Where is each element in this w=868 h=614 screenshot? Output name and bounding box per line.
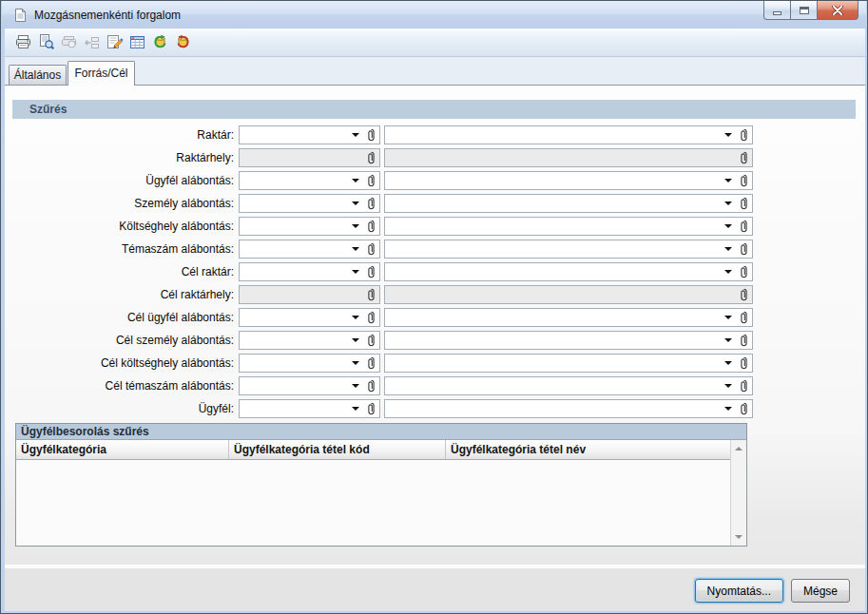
- minimize-icon: [773, 11, 781, 15]
- toolbar: [5, 29, 865, 57]
- ugyfel-alabontas-target-dropdown[interactable]: [384, 171, 753, 190]
- edit-icon[interactable]: [105, 32, 125, 52]
- cel-raktar-label: Cél raktár:: [5, 262, 234, 281]
- ugyfel-target-dropdown[interactable]: [384, 399, 753, 418]
- close-icon: [832, 6, 843, 15]
- maximize-button[interactable]: [790, 1, 818, 20]
- cel-koltseghely-alabontas-target-dropdown[interactable]: [384, 354, 753, 373]
- filter-row-cel-ugyfel-alabontas: Cél ügyfél alábontás:: [5, 308, 865, 327]
- maximize-icon: [800, 7, 809, 14]
- ugyfel-source-dropdown[interactable]: [239, 399, 380, 418]
- paperclip-icon[interactable]: [739, 197, 749, 210]
- szemely-alabontas-target-dropdown[interactable]: [384, 194, 753, 213]
- paperclip-icon[interactable]: [366, 334, 376, 347]
- cel-ugyfel-alabontas-label: Cél ügyfél alábontás:: [5, 308, 234, 327]
- paperclip-icon[interactable]: [739, 379, 749, 393]
- paperclip-icon[interactable]: [366, 197, 376, 210]
- scroll-up-button[interactable]: [731, 441, 746, 456]
- temaszam-alabontas-target-dropdown[interactable]: [384, 240, 753, 259]
- koltseghely-alabontas-source-dropdown[interactable]: [239, 217, 380, 236]
- cel-szemely-alabontas-source-dropdown[interactable]: [239, 331, 380, 350]
- print-button[interactable]: Nyomtatás...: [695, 579, 783, 603]
- table-header-row: ÜgyfélkategóriaÜgyfélkategória tétel kód…: [16, 440, 730, 460]
- cel-raktarhely-source-field: [239, 285, 380, 304]
- temaszam-alabontas-source-dropdown[interactable]: [239, 240, 380, 259]
- chevron-down-icon: [352, 338, 359, 342]
- paperclip-icon[interactable]: [366, 379, 376, 393]
- paperclip-icon[interactable]: [366, 265, 376, 278]
- cel-raktar-source-dropdown[interactable]: [239, 262, 380, 281]
- cel-koltseghely-alabontas-label: Cél költséghely alábontás:: [5, 354, 234, 373]
- print-preview-icon[interactable]: [36, 32, 56, 52]
- paperclip-icon[interactable]: [739, 220, 749, 233]
- ugyfel-alabontas-label: Ügyfél alábontás:: [5, 171, 234, 190]
- chevron-down-icon: [352, 201, 359, 205]
- footer-bar: Nyomtatás... Mégse: [5, 568, 865, 611]
- ugyfel-label: Ügyfél:: [5, 399, 234, 418]
- paperclip-icon[interactable]: [366, 151, 376, 164]
- ugyfel-alabontas-source-dropdown[interactable]: [239, 171, 380, 190]
- cancel-button[interactable]: Mégse: [791, 579, 850, 603]
- paperclip-icon[interactable]: [366, 174, 376, 187]
- chevron-down-icon: [352, 270, 359, 274]
- chevron-down-icon: [724, 201, 732, 205]
- paperclip-icon[interactable]: [366, 128, 376, 142]
- paperclip-icon[interactable]: [366, 288, 376, 301]
- chevron-down-icon: [352, 133, 359, 137]
- temaszam-alabontas-label: Témaszám alábontás:: [5, 240, 234, 259]
- paperclip-icon[interactable]: [366, 402, 376, 415]
- column-header-ugyfelkategoria-tetel-nev[interactable]: Ügyfélkategória tétel név: [446, 440, 730, 459]
- paperclip-icon[interactable]: [366, 220, 376, 233]
- column-header-ugyfelkategoria-tetel-kod[interactable]: Ügyfélkategória tétel kód: [229, 440, 446, 459]
- db-rollback-icon[interactable]: [173, 32, 193, 52]
- paperclip-icon[interactable]: [739, 311, 749, 324]
- paperclip-icon[interactable]: [366, 356, 376, 370]
- raktar-source-dropdown[interactable]: [239, 125, 380, 144]
- koltseghely-alabontas-target-dropdown[interactable]: [384, 217, 753, 236]
- paperclip-icon[interactable]: [739, 288, 749, 301]
- chevron-down-icon: [352, 407, 359, 411]
- titlebar[interactable]: Mozgásnemenkénti forgalom: [2, 1, 866, 29]
- tab-altalanos[interactable]: Általános: [9, 65, 67, 85]
- filter-row-koltseghely-alabontas: Költséghely alábontás:: [5, 217, 865, 236]
- paperclip-icon[interactable]: [366, 242, 376, 256]
- paperclip-icon[interactable]: [739, 151, 749, 164]
- cel-ugyfel-alabontas-target-dropdown[interactable]: [384, 308, 753, 327]
- cel-temaszam-alabontas-source-dropdown[interactable]: [239, 376, 380, 395]
- paperclip-icon[interactable]: [739, 402, 749, 415]
- tab-forras-cel[interactable]: Forrás/Cél: [68, 61, 135, 86]
- paperclip-icon[interactable]: [739, 174, 749, 187]
- category-table-main: ÜgyfélkategóriaÜgyfélkategória tétel kód…: [16, 440, 746, 546]
- close-button[interactable]: [817, 1, 858, 20]
- szemely-alabontas-label: Személy alábontás:: [5, 194, 234, 213]
- paperclip-icon[interactable]: [366, 311, 376, 324]
- szemely-alabontas-source-dropdown[interactable]: [239, 194, 380, 213]
- raktarhely-label: Raktárhely:: [5, 148, 234, 167]
- category-filter-table: Ügyfélbesorolás szűrés ÜgyfélkategóriaÜg…: [15, 423, 747, 547]
- paperclip-icon[interactable]: [739, 242, 749, 256]
- table-icon[interactable]: [127, 32, 147, 52]
- paperclip-icon[interactable]: [739, 356, 749, 370]
- table-body[interactable]: [16, 460, 730, 546]
- cel-szemely-alabontas-target-dropdown[interactable]: [384, 331, 753, 350]
- cel-ugyfel-alabontas-source-dropdown[interactable]: [239, 308, 380, 327]
- window-content: Általános Forrás/Cél Szűrés Raktár:Raktá…: [5, 29, 865, 611]
- cel-raktar-target-dropdown[interactable]: [384, 262, 753, 281]
- raktar-target-dropdown[interactable]: [384, 125, 753, 144]
- paperclip-icon[interactable]: [739, 265, 749, 278]
- minimize-button[interactable]: [763, 1, 791, 20]
- scroll-down-button[interactable]: [731, 529, 746, 545]
- column-header-ugyfelkategoria[interactable]: Ügyfélkategória: [16, 440, 229, 459]
- chevron-down-icon: [724, 338, 732, 342]
- filter-row-raktar: Raktár:: [5, 125, 865, 144]
- print-icon[interactable]: [13, 32, 33, 52]
- paperclip-icon[interactable]: [739, 334, 749, 347]
- document-icon: [12, 8, 28, 23]
- table-vertical-scrollbar[interactable]: [730, 440, 746, 546]
- cel-koltseghely-alabontas-source-dropdown[interactable]: [239, 354, 380, 373]
- paperclip-icon[interactable]: [739, 128, 749, 142]
- db-refresh-icon[interactable]: [150, 32, 170, 52]
- cel-temaszam-alabontas-target-dropdown[interactable]: [384, 376, 753, 395]
- chevron-down-icon: [724, 407, 732, 411]
- chevron-down-icon: [724, 316, 732, 319]
